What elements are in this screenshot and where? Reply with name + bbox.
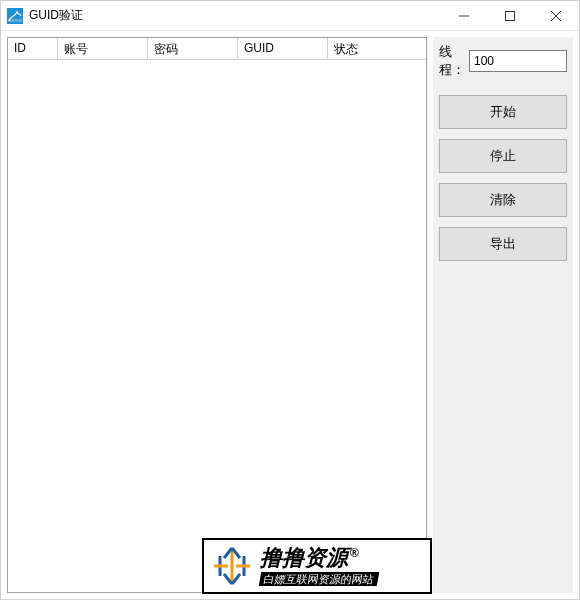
col-account[interactable]: 账号 [58,38,148,59]
stop-button[interactable]: 停止 [439,139,567,173]
window-title: GUID验证 [29,7,83,24]
clear-button[interactable]: 清除 [439,183,567,217]
client-area: ID 账号 密码 GUID 状态 [1,31,579,599]
table-header: ID 账号 密码 GUID 状态 [8,38,426,60]
thread-row: 线程： [439,43,567,79]
svg-rect-3 [506,11,515,20]
svg-rect-1 [8,19,22,22]
table-body[interactable] [8,60,426,592]
col-guid[interactable]: GUID [238,38,328,59]
app-window: GUID验证 ID 账号 密码 GUID 状态 [0,0,580,600]
thread-label: 线程： [439,43,465,79]
app-icon [7,8,23,24]
titlebar: GUID验证 [1,1,579,31]
thread-input[interactable] [469,50,567,72]
start-button[interactable]: 开始 [439,95,567,129]
maximize-button[interactable] [487,1,533,31]
data-table[interactable]: ID 账号 密码 GUID 状态 [7,37,427,593]
col-status[interactable]: 状态 [328,38,426,59]
col-password[interactable]: 密码 [148,38,238,59]
close-button[interactable] [533,1,579,31]
col-id[interactable]: ID [8,38,58,59]
export-button[interactable]: 导出 [439,227,567,261]
minimize-button[interactable] [441,1,487,31]
side-panel: 线程： 开始 停止 清除 导出 [433,37,573,593]
